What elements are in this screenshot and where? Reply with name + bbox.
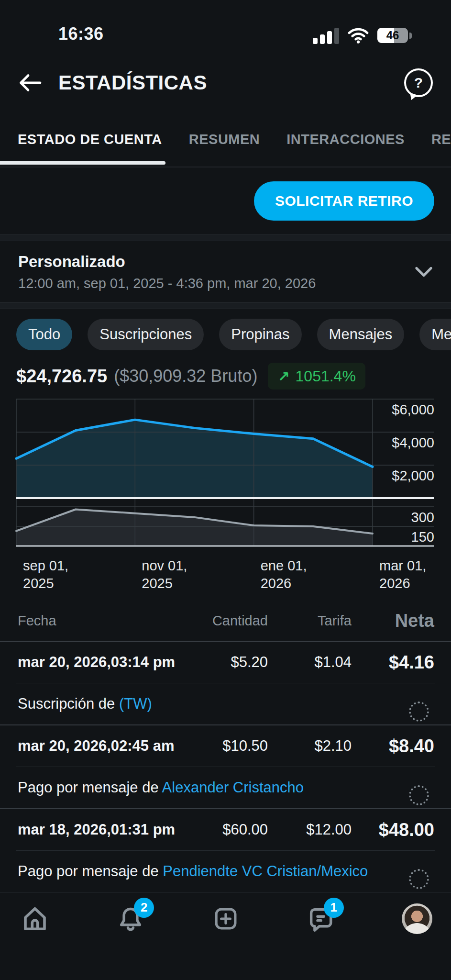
section-divider bbox=[0, 234, 451, 241]
earnings-chart-svg bbox=[0, 395, 451, 550]
row-description: Pago por mensaje de Pendiendte VC Cristi… bbox=[18, 863, 368, 880]
trend-badge: ↗ 1051.4% bbox=[268, 363, 365, 390]
date-range-selector[interactable]: Personalizado 12:00 am, sep 01, 2025 - 4… bbox=[0, 241, 451, 302]
row-fee: $1.04 bbox=[268, 654, 352, 671]
y-axis-label: 300 bbox=[411, 510, 434, 525]
tab-reach[interactable]: REAC bbox=[431, 132, 451, 147]
transaction-row: mar 20, 2026,02:45 am $10.50 $2.10 $8.40… bbox=[0, 725, 451, 808]
chip-suscripciones[interactable]: Suscripciones bbox=[88, 319, 204, 350]
col-neta: Neta bbox=[352, 611, 434, 631]
row-net: $48.00 bbox=[352, 820, 434, 840]
tab-estado-de-cuenta[interactable]: ESTADO DE CUENTA bbox=[18, 132, 162, 147]
active-tab-underline bbox=[0, 161, 165, 165]
x-axis-label: sep 01,2025 bbox=[23, 557, 68, 592]
row-date: mar 20, 2026,02:45 am bbox=[18, 737, 201, 755]
y-axis-label: 150 bbox=[411, 529, 434, 545]
tab-interacciones[interactable]: INTERACCIONES bbox=[286, 132, 405, 147]
tab-bar: ESTADO DE CUENTA RESUMEN INTERACCIONES R… bbox=[0, 112, 451, 167]
filter-chips: Todo Suscripciones Propinas Mensajes Men… bbox=[0, 309, 451, 357]
chip-mensajes-masivos[interactable]: Mens bbox=[419, 319, 451, 350]
battery-percent: 46 bbox=[377, 28, 408, 43]
net-amount: $24,726.75 bbox=[16, 366, 107, 387]
row-fee: $12.00 bbox=[268, 821, 352, 838]
row-amount: $10.50 bbox=[201, 737, 268, 755]
notifications-badge: 2 bbox=[134, 898, 154, 918]
back-arrow-icon bbox=[18, 73, 42, 93]
date-range-value: 12:00 am, sep 01, 2025 - 4:36 pm, mar 20… bbox=[18, 276, 415, 291]
x-axis-label: ene 01,2026 bbox=[261, 557, 307, 592]
bottom-spacer bbox=[0, 945, 451, 980]
transaction-row: mar 20, 2026,03:14 pm $5.20 $1.04 $4.16 … bbox=[0, 642, 451, 724]
row-date: mar 20, 2026,03:14 pm bbox=[18, 654, 201, 671]
transaction-row: mar 18, 2026,01:31 pm $60.00 $12.00 $48.… bbox=[0, 809, 451, 892]
wifi-icon bbox=[347, 27, 369, 44]
earnings-summary: $24,726.75 ($30,909.32 Bruto) ↗ 1051.4% bbox=[0, 357, 451, 395]
nav-profile[interactable] bbox=[402, 903, 432, 934]
loading-spinner bbox=[409, 785, 429, 805]
y-axis-label: $2,000 bbox=[392, 468, 434, 484]
date-range-preset: Personalizado bbox=[18, 253, 415, 271]
description-text: Pago por mensaje de bbox=[18, 779, 162, 796]
chip-todo[interactable]: Todo bbox=[16, 319, 72, 350]
battery-nub bbox=[409, 33, 412, 39]
trend-arrow-icon: ↗ bbox=[277, 368, 289, 385]
bottom-nav: 2 1 bbox=[0, 892, 451, 945]
gross-amount: ($30,909.32 Bruto) bbox=[114, 366, 257, 386]
row-description: Pago por mensaje de Alexander Cristancho bbox=[18, 779, 304, 796]
clock: 16:36 bbox=[58, 24, 104, 44]
back-button[interactable] bbox=[18, 69, 45, 96]
avatar bbox=[402, 903, 432, 934]
x-axis-label: nov 01,2025 bbox=[142, 557, 187, 592]
battery-icon: 46 bbox=[377, 28, 408, 43]
nav-notifications[interactable]: 2 bbox=[117, 904, 144, 933]
col-tarifa: Tarifa bbox=[268, 613, 352, 629]
withdraw-row: SOLICITAR RETIRO bbox=[0, 167, 451, 234]
col-fecha: Fecha bbox=[18, 613, 201, 629]
chip-mensajes[interactable]: Mensajes bbox=[317, 319, 405, 350]
tab-resumen[interactable]: RESUMEN bbox=[189, 132, 260, 147]
status-bar: 16:36 46 bbox=[0, 0, 451, 53]
y-axis-label: $6,000 bbox=[392, 402, 434, 418]
x-axis-label: mar 01,2026 bbox=[379, 557, 426, 592]
row-amount: $5.20 bbox=[201, 654, 268, 671]
y-axis-label: $4,000 bbox=[392, 435, 434, 451]
table-header: Fecha Cantidad Tarifa Neta bbox=[0, 601, 451, 642]
row-net: $4.16 bbox=[352, 652, 434, 673]
help-button[interactable]: ? bbox=[404, 68, 433, 97]
trend-value: 1051.4% bbox=[296, 368, 356, 385]
row-amount: $60.00 bbox=[201, 821, 268, 838]
plus-icon bbox=[212, 905, 239, 932]
row-net: $8.40 bbox=[352, 736, 434, 757]
withdraw-button[interactable]: SOLICITAR RETIRO bbox=[254, 181, 434, 221]
app-bar: ESTADÍSTICAS ? bbox=[0, 53, 451, 112]
description-text: Pago por mensaje de bbox=[18, 863, 163, 880]
user-link[interactable]: (TW) bbox=[119, 695, 152, 712]
chip-propinas[interactable]: Propinas bbox=[219, 319, 301, 350]
row-fee: $2.10 bbox=[268, 737, 352, 755]
messages-badge: 1 bbox=[324, 898, 344, 918]
loading-spinner bbox=[409, 702, 429, 722]
signal-icon bbox=[313, 27, 339, 44]
page-title: ESTADÍSTICAS bbox=[58, 71, 404, 94]
chevron-down-icon bbox=[415, 266, 433, 278]
col-cantidad: Cantidad bbox=[201, 613, 268, 629]
description-text: Suscripción de bbox=[18, 695, 119, 712]
nav-messages[interactable]: 1 bbox=[307, 904, 334, 933]
user-link[interactable]: Alexander Cristancho bbox=[162, 779, 304, 796]
chart-block: $6,000$4,000$2,000300150sep 01,2025nov 0… bbox=[0, 395, 451, 601]
section-divider bbox=[0, 302, 451, 309]
help-icon: ? bbox=[414, 75, 423, 91]
row-description: Suscripción de (TW) bbox=[18, 695, 152, 713]
row-date: mar 18, 2026,01:31 pm bbox=[18, 821, 201, 838]
nav-home[interactable] bbox=[21, 904, 49, 933]
loading-spinner bbox=[409, 869, 429, 889]
user-link[interactable]: Pendiendte VC Cristian/Mexico bbox=[163, 863, 368, 880]
home-icon bbox=[21, 904, 49, 933]
nav-compose[interactable] bbox=[212, 905, 239, 932]
